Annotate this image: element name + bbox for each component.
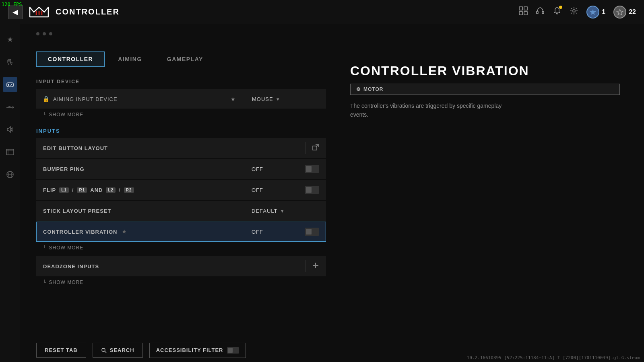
show-more-icon: └: [43, 280, 47, 285]
lock-icon: 🔒: [43, 96, 50, 102]
top-bar-right: 1 22: [519, 6, 636, 19]
controller-vibration-label: CONTROLLER VIBRATION ★: [37, 229, 245, 235]
toggle-thumb: [306, 166, 312, 172]
svg-rect-7: [519, 12, 522, 15]
aiming-input-device-row[interactable]: 🔒 AIMING INPUT DEVICE ★ MOUSE ▾: [36, 89, 326, 109]
flip-row[interactable]: FLIP L1 / R1 AND L2 / R2 OFF: [36, 180, 326, 200]
toggle-thumb: [228, 348, 233, 353]
rank-badge: 1: [586, 6, 605, 19]
inputs-section-label: INPUTS: [36, 128, 60, 134]
ctrl-tag-1: L1: [59, 187, 69, 193]
controller-vibration-toggle[interactable]: [305, 228, 319, 236]
show-more-input-device[interactable]: └ SHOW MORE: [36, 109, 326, 120]
detail-badge: ⚙ MOTOR: [350, 84, 620, 95]
sidebar-icon-audio[interactable]: [3, 122, 17, 137]
accessibility-filter[interactable]: ACCESSIBILITY FILTER: [149, 343, 246, 358]
star-icon: ★: [231, 96, 236, 102]
search-icon: [101, 348, 107, 353]
svg-point-11: [573, 10, 575, 12]
svg-rect-6: [524, 7, 527, 10]
show-more-vibration[interactable]: └ SHOW MORE: [36, 243, 326, 253]
search-button[interactable]: SEARCH: [93, 343, 143, 358]
svg-point-18: [10, 85, 11, 86]
left-panel: CONTROLLER AIMING GAMEPLAY INPUT DEVICE …: [36, 32, 326, 354]
grid-icon[interactable]: [519, 6, 528, 17]
stick-layout-row[interactable]: STICK LAYOUT PRESET DEFAULT ▾: [36, 201, 326, 221]
tab-aiming[interactable]: AIMING: [106, 51, 154, 67]
right-panel: CONTROLLER VIBRATION ⚙ MOTOR The control…: [342, 32, 628, 354]
bell-icon[interactable]: [553, 6, 561, 17]
toggle-thumb: [306, 229, 312, 234]
inputs-divider: [67, 131, 326, 131]
show-more-icon: └: [43, 112, 47, 117]
stick-layout-value: DEFAULT ▾: [245, 208, 326, 214]
page-nav: [36, 32, 326, 35]
external-link-icon: [305, 144, 326, 152]
page-title: CONTROLLER: [56, 7, 120, 16]
reset-tab-button[interactable]: RESET TAB: [36, 343, 86, 358]
page-dot-3: [49, 32, 52, 35]
deadzone-inputs-row[interactable]: DEADZONE INPUTS: [36, 256, 326, 276]
svg-marker-19: [7, 127, 10, 132]
svg-point-17: [11, 84, 12, 85]
bumper-ping-toggle[interactable]: [305, 165, 319, 173]
stick-layout-label: STICK LAYOUT PRESET: [37, 208, 245, 214]
svg-marker-13: [617, 9, 623, 15]
prestige-icon: [613, 6, 626, 19]
sidebar-icon-network[interactable]: [3, 167, 17, 182]
sidebar-icon-hud[interactable]: [3, 145, 17, 159]
plus-icon: [305, 262, 326, 271]
tab-navigation: CONTROLLER AIMING GAMEPLAY: [36, 51, 326, 67]
inputs-header: INPUTS: [36, 128, 326, 134]
top-bar: ◀ CONTROLLER: [0, 0, 644, 24]
notification-dot: [559, 6, 562, 9]
motor-icon: ⚙: [356, 86, 361, 92]
headset-icon[interactable]: [536, 6, 545, 17]
prestige-badge: 22: [613, 6, 636, 19]
bumper-ping-row[interactable]: BUMPER PING OFF: [36, 159, 326, 179]
sidebar-icon-controller[interactable]: [3, 77, 17, 92]
svg-line-31: [105, 351, 106, 353]
rank-number: 1: [602, 8, 605, 16]
flip-label: FLIP L1 / R1 AND L2 / R2: [37, 187, 245, 193]
tab-controller[interactable]: CONTROLLER: [36, 51, 105, 67]
svg-rect-10: [542, 11, 544, 14]
game-logo: [29, 5, 49, 19]
tab-gameplay[interactable]: GAMEPLAY: [155, 51, 215, 67]
aiming-input-device-label: 🔒 AIMING INPUT DEVICE ★: [36, 96, 246, 102]
edit-button-layout-row[interactable]: EDIT BUTTON LAYOUT: [36, 138, 326, 158]
page-dot-2: [43, 32, 46, 35]
toggle-thumb: [306, 187, 312, 193]
detail-description: The controller's vibrations are triggere…: [350, 101, 511, 119]
sidebar-icon-weapon[interactable]: [3, 100, 17, 114]
dropdown-value: DEFAULT ▾: [252, 208, 284, 214]
svg-line-27: [316, 144, 318, 147]
settings-icon[interactable]: [570, 6, 578, 17]
controller-vibration-row[interactable]: CONTROLLER VIBRATION ★ OFF: [36, 222, 326, 242]
deadzone-inputs-label: DEADZONE INPUTS: [37, 263, 305, 269]
sidebar: ★: [0, 24, 20, 362]
svg-rect-20: [6, 149, 14, 155]
accessibility-toggle-switch[interactable]: [227, 347, 239, 354]
svg-rect-8: [524, 12, 527, 15]
sidebar-icon-hand[interactable]: [3, 55, 17, 69]
edit-button-layout-label: EDIT BUTTON LAYOUT: [37, 145, 305, 151]
rank-icon: [586, 6, 599, 19]
input-device-section-label: INPUT DEVICE: [36, 79, 326, 84]
svg-rect-9: [537, 11, 538, 14]
ctrl-tag-4: R2: [124, 187, 134, 193]
prestige-number: 22: [629, 8, 636, 16]
svg-marker-12: [590, 9, 596, 15]
detail-title: CONTROLLER VIBRATION: [350, 64, 620, 77]
ctrl-tag-2: R1: [77, 187, 87, 193]
show-more-deadzone[interactable]: └ SHOW MORE: [36, 277, 326, 288]
ctrl-tag-3: L2: [106, 187, 116, 193]
main-content: CONTROLLER AIMING GAMEPLAY INPUT DEVICE …: [20, 24, 644, 362]
fps-counter: 120 FPS: [2, 2, 22, 7]
flip-toggle[interactable]: [305, 186, 319, 194]
mw3-logo-icon: [29, 5, 49, 19]
bumper-ping-value: OFF: [245, 165, 326, 173]
sidebar-icon-favorites[interactable]: ★: [3, 32, 17, 47]
flip-value: OFF: [245, 186, 326, 194]
show-more-icon: └: [43, 245, 47, 251]
